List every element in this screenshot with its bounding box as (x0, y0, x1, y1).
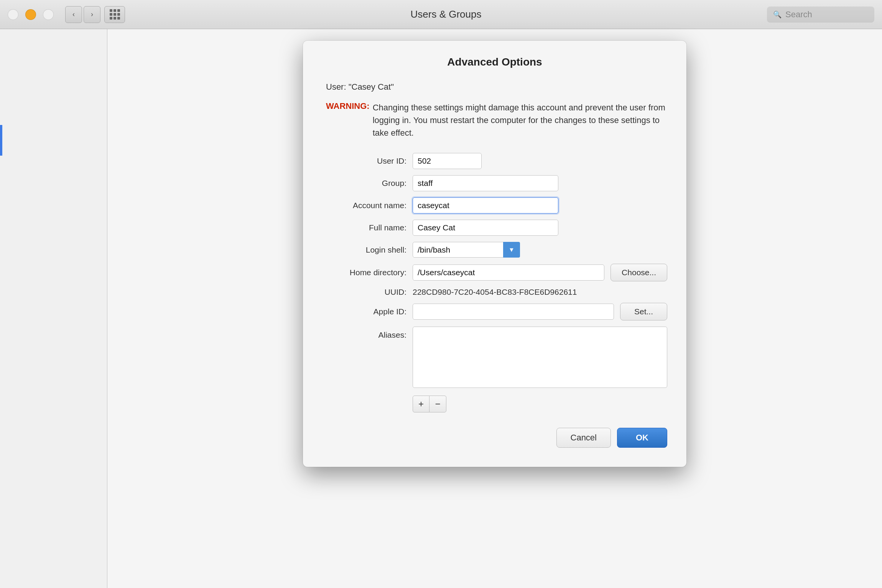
aliases-textarea[interactable] (413, 327, 667, 388)
cancel-button[interactable]: Cancel (556, 428, 611, 448)
remove-alias-button[interactable]: − (429, 396, 446, 412)
account-name-label: Account name: (322, 201, 406, 210)
login-shell-wrapper: /bin/bash /bin/zsh /bin/sh /bin/tcsh /bi… (413, 242, 520, 258)
search-icon: 🔍 (773, 10, 782, 19)
maximize-button[interactable] (43, 9, 54, 20)
uuid-value: 228CD980-7C20-4054-BC83-F8CE6D962611 (413, 287, 577, 297)
ok-button[interactable]: OK (617, 428, 667, 448)
home-dir-label: Home directory: (322, 268, 406, 277)
search-placeholder: Search (785, 10, 812, 20)
forward-button[interactable]: › (84, 6, 100, 23)
form-section: User ID: Group: Account name: Full name: (322, 153, 667, 412)
forward-icon: › (91, 10, 93, 18)
advanced-options-dialog: Advanced Options User: "Casey Cat" WARNI… (303, 41, 686, 467)
window-title: Users & Groups (125, 8, 767, 20)
traffic-lights (8, 9, 54, 20)
set-button[interactable]: Set... (620, 303, 667, 320)
user-id-row: User ID: (322, 153, 667, 169)
user-id-label: User ID: (322, 156, 406, 166)
add-remove-row: + − (413, 396, 667, 412)
choose-button[interactable]: Choose... (610, 264, 667, 281)
apple-id-row: Apple ID: Set... (322, 303, 667, 320)
apple-id-input[interactable] (413, 304, 614, 320)
full-name-row: Full name: (322, 220, 667, 236)
aliases-label: Aliases: (322, 327, 406, 340)
warning-label: WARNING: (326, 101, 370, 139)
full-name-input[interactable] (413, 220, 558, 236)
uuid-row: UUID: 228CD980-7C20-4054-BC83-F8CE6D9626… (322, 287, 667, 297)
nav-buttons: ‹ › (65, 6, 100, 23)
apple-id-label: Apple ID: (322, 307, 406, 316)
search-box[interactable]: 🔍 Search (767, 7, 874, 23)
group-label: Group: (322, 179, 406, 188)
group-input[interactable] (413, 175, 558, 191)
user-line-label: User: (326, 82, 346, 92)
user-line: User: "Casey Cat" (322, 82, 667, 92)
full-name-label: Full name: (322, 223, 406, 232)
login-shell-select[interactable]: /bin/bash /bin/zsh /bin/sh /bin/tcsh /bi… (413, 242, 520, 258)
window-chrome: ‹ › Users & Groups 🔍 Search (0, 0, 882, 29)
minimize-button[interactable] (25, 9, 36, 20)
sidebar (0, 29, 107, 588)
home-dir-input[interactable] (413, 264, 604, 281)
sidebar-selection-accent (0, 125, 2, 156)
group-row: Group: (322, 175, 667, 191)
content-panel: Advanced Options User: "Casey Cat" WARNI… (107, 29, 882, 588)
login-shell-label: Login shell: (322, 245, 406, 255)
warning-text: Changing these settings might damage thi… (373, 101, 667, 139)
grid-view-button[interactable] (104, 6, 125, 23)
user-id-input[interactable] (413, 153, 482, 169)
close-button[interactable] (8, 9, 18, 20)
back-button[interactable]: ‹ (65, 6, 82, 23)
aliases-row: Aliases: (322, 327, 667, 388)
add-alias-button[interactable]: + (413, 396, 429, 412)
warning-block: WARNING: Changing these settings might d… (322, 101, 667, 139)
account-name-row: Account name: (322, 197, 667, 214)
home-dir-row: Home directory: Choose... (322, 264, 667, 281)
user-line-value: "Casey Cat" (349, 82, 394, 92)
login-shell-row: Login shell: /bin/bash /bin/zsh /bin/sh … (322, 242, 667, 258)
uuid-label: UUID: (322, 287, 406, 297)
dialog-title: Advanced Options (322, 56, 667, 68)
main-area: Advanced Options User: "Casey Cat" WARNI… (0, 29, 882, 588)
account-name-input[interactable] (413, 197, 558, 214)
dialog-footer: Cancel OK (322, 428, 667, 448)
back-icon: ‹ (72, 10, 75, 18)
grid-icon (110, 9, 120, 20)
